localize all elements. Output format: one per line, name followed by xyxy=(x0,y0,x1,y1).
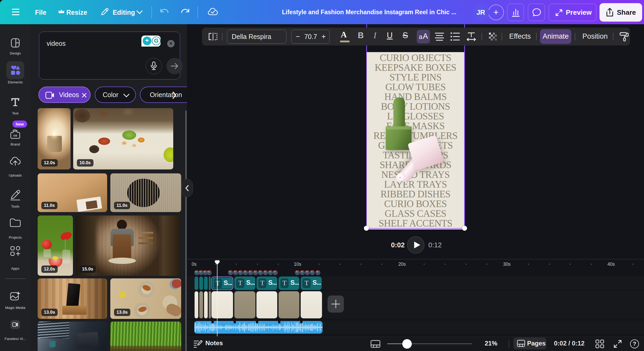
svg-text:co: co xyxy=(13,134,17,137)
